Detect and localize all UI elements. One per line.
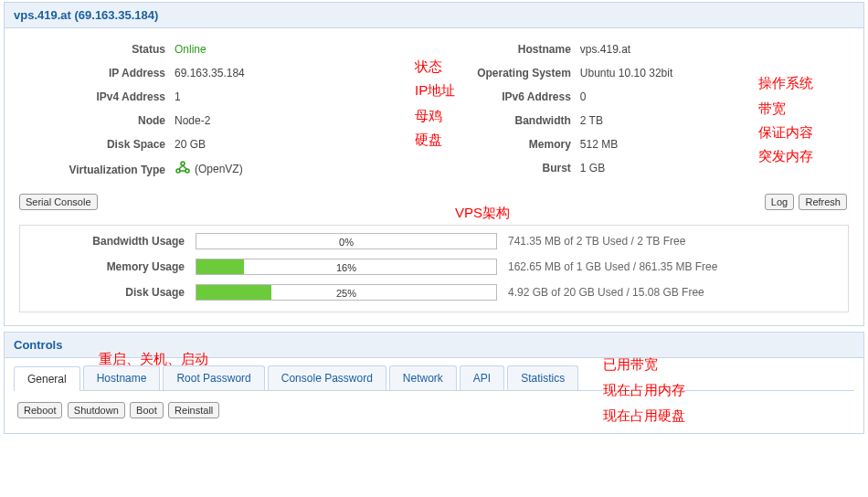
value-mem: 512 MB: [580, 136, 618, 153]
controls-panel: Controls General Hostname Root Password …: [4, 332, 864, 434]
tab-api[interactable]: API: [460, 365, 504, 390]
label-bw-usage: Bandwidth Usage: [29, 235, 185, 248]
value-burst: 1 GB: [580, 160, 605, 176]
svg-point-2: [185, 169, 189, 173]
label-ipv4: IPv4 Address: [19, 89, 175, 105]
tab-rootpw[interactable]: Root Password: [163, 365, 264, 390]
disk-usage-detail: 4.92 GB of 20 GB Used / 15.08 GB Free: [508, 286, 704, 299]
value-node: Node-2: [175, 112, 210, 129]
tab-general[interactable]: General: [14, 366, 80, 391]
value-ip: 69.163.35.184: [175, 65, 245, 81]
value-status: Online: [175, 41, 206, 58]
value-disk: 20 GB: [175, 136, 206, 153]
label-ipv6: IPv6 Address: [425, 89, 580, 105]
value-bw: 2 TB: [580, 112, 603, 129]
boot-button[interactable]: Boot: [130, 402, 164, 418]
label-disk-usage: Disk Usage: [29, 286, 185, 299]
tab-consolepw[interactable]: Console Password: [268, 365, 386, 390]
value-os: Ubuntu 10.10 32bit: [580, 65, 672, 81]
vps-info-panel: vps.419.at (69.163.35.184) StatusOnline …: [4, 2, 864, 326]
value-hostname: vps.419.at: [580, 41, 630, 58]
bw-usage-bar: 0%: [196, 233, 497, 249]
disk-usage-bar: 25%: [196, 284, 497, 301]
openvz-icon: [175, 160, 191, 179]
value-ipv6: 0: [580, 89, 587, 105]
tab-stats[interactable]: Statistics: [507, 365, 578, 390]
label-node: Node: [19, 112, 175, 129]
label-mem: Memory: [425, 136, 580, 153]
tab-network[interactable]: Network: [389, 365, 457, 390]
refresh-button[interactable]: Refresh: [799, 194, 847, 210]
svg-point-0: [181, 162, 185, 165]
label-burst: Burst: [425, 160, 580, 176]
usage-block: Bandwidth Usage 0% 741.35 MB of 2 TB Use…: [19, 225, 849, 312]
bw-usage-detail: 741.35 MB of 2 TB Used / 2 TB Free: [508, 235, 685, 248]
mem-usage-bar: 16%: [196, 259, 497, 275]
label-ip: IP Address: [19, 65, 175, 81]
label-status: Status: [19, 41, 175, 58]
mem-usage-detail: 162.65 MB of 1 GB Used / 861.35 MB Free: [508, 260, 717, 273]
shutdown-button[interactable]: Shutdown: [68, 402, 125, 418]
label-hostname: Hostname: [425, 41, 580, 58]
reinstall-button[interactable]: Reinstall: [168, 402, 219, 418]
svg-point-1: [176, 169, 180, 173]
reboot-button[interactable]: Reboot: [17, 402, 62, 418]
controls-title: Controls: [5, 333, 863, 358]
tabs: General Hostname Root Password Console P…: [14, 365, 854, 391]
label-bw: Bandwidth: [425, 112, 580, 129]
value-virt: (OpenVZ): [175, 160, 243, 179]
label-disk: Disk Space: [19, 136, 175, 153]
tab-hostname[interactable]: Hostname: [83, 365, 161, 390]
panel-title: vps.419.at (69.163.35.184): [5, 3, 863, 28]
label-mem-usage: Memory Usage: [29, 260, 185, 273]
label-virt: Virtualization Type: [19, 162, 175, 178]
serial-console-button[interactable]: Serial Console: [19, 194, 98, 210]
log-button[interactable]: Log: [765, 194, 794, 210]
value-ipv4: 1: [175, 89, 181, 105]
label-os: Operating System: [425, 65, 580, 81]
